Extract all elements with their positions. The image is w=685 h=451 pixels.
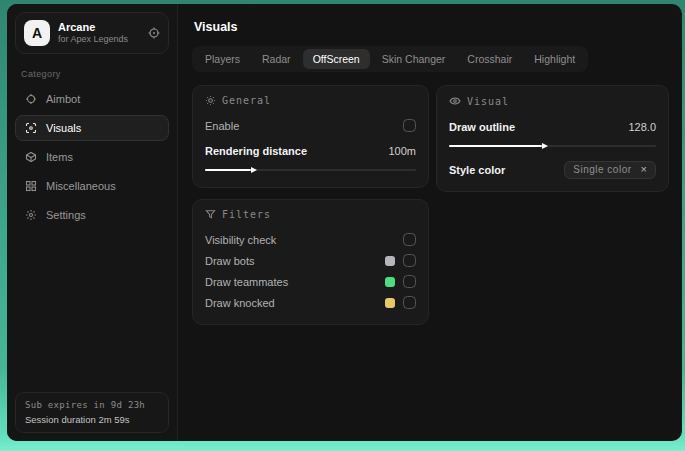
general-panel-title: General [222,95,271,106]
sidebar-item-label: Miscellaneous [46,180,116,192]
enable-row: Enable [205,115,416,136]
draw-bots-row: Draw bots [205,250,416,271]
eye-scan-icon [25,122,37,134]
sidebar-item-miscellaneous[interactable]: Miscellaneous [15,173,169,199]
visibility-check-row: Visibility check [205,229,416,250]
draw-teammates-color-swatch[interactable] [385,277,395,287]
slider-thumb-arrow[interactable] [542,143,548,149]
session-duration-text: Session duration 2m 59s [25,414,159,425]
slider-fill [449,145,542,147]
draw-teammates-row: Draw teammates [205,271,416,292]
session-info-box: Sub expires in 9d 23h Session duration 2… [15,392,169,433]
sidebar-nav: Aimbot Visuals Items [15,86,169,228]
sun-icon [205,95,216,106]
brand-card: A Arcane for Apex Legends [15,12,169,54]
style-color-row: Style color Single color × [449,159,656,180]
sidebar-item-aimbot[interactable]: Aimbot [15,86,169,112]
clear-icon[interactable]: × [641,164,647,175]
tab-offscreen[interactable]: OffScreen [303,49,370,69]
draw-bots-checkbox[interactable] [403,254,416,267]
draw-knocked-color-swatch[interactable] [385,298,395,308]
sub-expires-text: Sub expires in 9d 23h [25,400,159,410]
sidebar-item-label: Visuals [46,122,81,134]
app-window: A Arcane for Apex Legends Category [7,4,682,441]
grid-icon [25,180,37,192]
visual-panel: Visual Draw outline 128.0 Style color [436,85,669,192]
app-subtitle: for Apex Legends [58,34,140,45]
funnel-icon [205,209,216,220]
brand-text: Arcane for Apex Legends [58,21,140,46]
tab-highlight[interactable]: Highlight [524,49,585,69]
app-logo: A [24,20,50,46]
general-panel-header: General [205,95,416,106]
draw-outline-value: 128.0 [628,121,656,133]
tab-players[interactable]: Players [195,49,250,69]
draw-teammates-checkbox[interactable] [403,275,416,288]
cube-icon [25,151,37,163]
tab-radar[interactable]: Radar [252,49,301,69]
draw-knocked-row: Draw knocked [205,292,416,313]
draw-outline-row: Draw outline 128.0 [449,116,656,137]
filters-panel-header: Filters [205,209,416,220]
draw-outline-slider[interactable] [449,140,656,152]
visibility-check-checkbox[interactable] [403,233,416,246]
style-color-value: Single color [573,164,631,175]
general-panel: General Enable Rendering distance 100m [192,85,429,188]
visibility-check-label: Visibility check [205,234,276,246]
visual-panel-title: Visual [467,96,509,107]
sidebar: A Arcane for Apex Legends Category [7,4,178,441]
draw-bots-label: Draw bots [205,255,255,267]
sidebar-item-label: Aimbot [46,93,80,105]
page-title: Visuals [194,20,669,34]
app-name: Arcane [58,21,140,35]
draw-knocked-label: Draw knocked [205,297,275,309]
gear-icon [25,209,37,221]
filters-panel-title: Filters [222,209,271,220]
target-icon[interactable] [148,27,160,39]
tab-bar: Players Radar OffScreen Skin Changer Cro… [192,46,588,72]
draw-bots-color-swatch[interactable] [385,256,395,266]
style-color-label: Style color [449,164,505,176]
slider-fill [205,169,251,171]
category-label: Category [21,69,163,79]
enable-label: Enable [205,120,239,132]
sidebar-item-settings[interactable]: Settings [15,202,169,228]
tab-skin-changer[interactable]: Skin Changer [372,49,456,69]
filters-panel: Filters Visibility check Draw bots [192,199,429,325]
rendering-distance-slider[interactable] [205,164,416,176]
rendering-distance-label: Rendering distance [205,145,307,157]
eye-icon [449,95,461,107]
draw-teammates-label: Draw teammates [205,276,288,288]
draw-outline-label: Draw outline [449,121,515,133]
slider-thumb-arrow[interactable] [251,167,257,173]
tab-crosshair[interactable]: Crosshair [457,49,522,69]
sidebar-item-items[interactable]: Items [15,144,169,170]
sidebar-item-label: Items [46,151,73,163]
enable-checkbox[interactable] [403,119,416,132]
rendering-distance-row: Rendering distance 100m [205,140,416,161]
style-color-select[interactable]: Single color × [564,161,656,179]
visual-panel-header: Visual [449,95,656,107]
crosshair-icon [25,93,37,105]
draw-knocked-checkbox[interactable] [403,296,416,309]
rendering-distance-value: 100m [388,145,416,157]
sidebar-item-label: Settings [46,209,86,221]
main-content: Visuals Players Radar OffScreen Skin Cha… [178,4,682,441]
sidebar-item-visuals[interactable]: Visuals [15,115,169,141]
